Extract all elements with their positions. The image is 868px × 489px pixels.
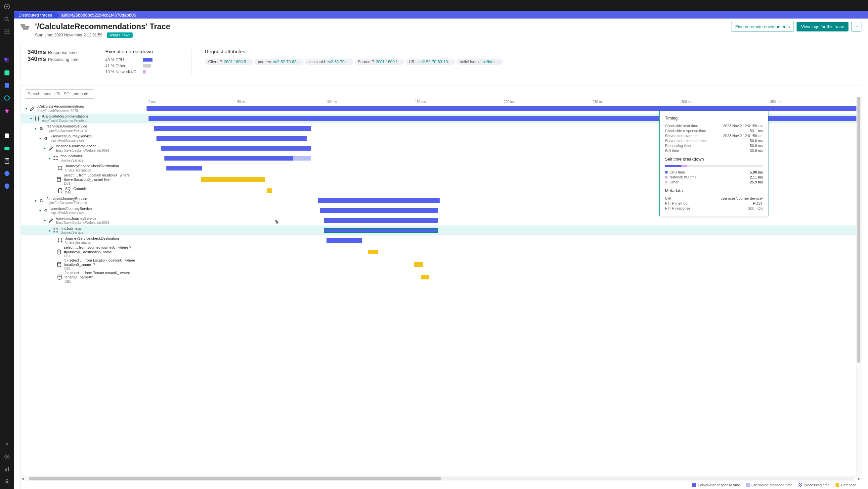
span-bar-area[interactable] [147, 226, 861, 235]
chevron-down-icon[interactable]: ▾ [49, 156, 53, 160]
span-row[interactable]: ▾ /services/JourneyServiceEasyTravelBack… [21, 215, 861, 226]
span-type-icon [57, 165, 63, 171]
svg-rect-15 [5, 147, 9, 150]
span-bar-area[interactable] [147, 235, 861, 245]
attribute-pill[interactable]: ValidUsers: text/html… [457, 59, 503, 65]
logo-icon[interactable] [4, 3, 10, 10]
scroll-left-icon[interactable]: ◀ [21, 477, 25, 481]
response-time-value: 340ms [27, 49, 46, 56]
legend-footer: Server-side response timeClient-side res… [21, 481, 861, 489]
nav-icon-3[interactable] [4, 82, 10, 89]
processing-time-label: Processing time [48, 57, 79, 62]
svg-marker-13 [5, 96, 9, 100]
span-name: JourneyService.checkDestination [65, 236, 119, 241]
attribute-pill[interactable]: ClientIP: 2001:1800:ff… [205, 59, 253, 65]
span-bar-area[interactable] [147, 260, 861, 269]
svg-point-53 [58, 275, 62, 277]
attribute-pill[interactable]: pageeo: ec2-52-70-63… [254, 59, 304, 65]
chevron-down-icon[interactable]: ▾ [44, 219, 48, 223]
chevron-down-icon[interactable]: ▾ [39, 209, 43, 212]
span-type-icon [56, 176, 62, 182]
expand-icon[interactable]: » [4, 441, 10, 447]
svg-point-7 [8, 31, 9, 32]
nav-icon-2[interactable] [4, 69, 10, 76]
horizontal-scrollbar[interactable]: ◀ ▶ [21, 476, 861, 481]
chevron-down-icon[interactable]: ▾ [44, 147, 48, 150]
processing-time-value: 340ms [27, 56, 46, 63]
svg-point-1 [5, 17, 8, 20]
span-bar-area[interactable] [147, 247, 861, 257]
find-remote-button[interactable]: Find in remote environments [731, 22, 794, 31]
span-details-popover: Timing Client-side start time2023 Nov 2 … [659, 111, 769, 216]
span-row[interactable]: 3× select … from Location location0_ whe… [21, 258, 861, 271]
search-icon[interactable] [4, 16, 10, 23]
vertical-scrollbar[interactable] [857, 97, 861, 476]
nav-icon-1[interactable] [4, 57, 10, 63]
svg-point-44 [57, 228, 58, 229]
svg-point-35 [58, 166, 59, 167]
more-button[interactable]: ⋯ [851, 22, 861, 31]
nav-icon-7[interactable] [4, 145, 10, 152]
span-name: /CalculateRecommendations [37, 104, 84, 109]
chevron-down-icon[interactable]: ▾ [35, 199, 39, 203]
nav-icon-10[interactable] [4, 183, 10, 190]
svg-point-46 [57, 231, 58, 232]
nav-icon-4[interactable] [4, 95, 10, 101]
settings-icon[interactable] [4, 453, 10, 460]
chevron-down-icon[interactable]: ▾ [35, 127, 39, 131]
span-row[interactable]: 2× select … from Tenant tenant0_ where t… [21, 271, 861, 283]
attribute-pill[interactable]: SourceIP: 2001:1800:f… [354, 59, 404, 65]
chevron-down-icon[interactable]: ▾ [26, 107, 29, 111]
span-row[interactable]: ▾ findJourneysJourneyService [21, 226, 861, 235]
span-service: nginxForCustomerFrontend [46, 129, 87, 133]
breadcrumb-root[interactable]: Distributed traces [14, 12, 57, 18]
span-service: nginxForCustomerFrontend [46, 201, 87, 205]
search-input[interactable] [25, 89, 94, 99]
span-service: CheckDestination [65, 241, 119, 244]
timeline-tick: 150 ms [415, 100, 504, 104]
span-service: DB1 [64, 267, 145, 271]
breadcrumb-trace-id[interactable]: a99b426b6b6bc522b4cb1f4570dabb06 [57, 12, 141, 18]
scroll-right-icon[interactable]: ▶ [857, 477, 861, 481]
svg-point-5 [5, 31, 6, 32]
span-row[interactable]: select … from Journey journey0_ where ?=… [21, 245, 861, 258]
nav-icon-8[interactable] [4, 157, 10, 164]
trace-icon [21, 25, 30, 31]
span-name: findLocations [61, 154, 83, 158]
whats-new-badge[interactable]: What's new? [107, 32, 133, 38]
left-sidebar: » [0, 0, 14, 489]
nav-icon-5[interactable] [4, 107, 10, 114]
svg-point-8 [5, 33, 6, 34]
timing-row: Self time33.9 ms [665, 149, 763, 153]
svg-point-2 [5, 29, 6, 30]
user-icon[interactable] [4, 479, 10, 485]
span-type-icon [29, 106, 35, 112]
attribute-pill[interactable]: URL: ec2-52-70-63-19… [406, 59, 455, 65]
charts-icon[interactable] [4, 466, 10, 472]
span-type-icon [34, 116, 40, 121]
span-name: JourneyService.checkDestination [65, 164, 119, 168]
svg-point-19 [5, 171, 9, 176]
svg-text:G: G [40, 126, 43, 131]
chevron-down-icon[interactable]: ▾ [39, 137, 43, 140]
timeline-tick: 200 ms [504, 100, 593, 104]
nav-icon-6[interactable] [4, 133, 10, 139]
svg-point-26 [38, 117, 39, 118]
nav-icon-9[interactable] [4, 170, 10, 177]
span-name: /services/JourneyService [51, 134, 92, 138]
attribute-pill[interactable]: sessionid: ec2-52-70-… [305, 59, 353, 65]
apps-icon[interactable] [4, 28, 10, 35]
page-title: '/CalculateRecommendations' Trace [35, 22, 170, 31]
timing-row: Server-side start time2023 Nov 2 12:01:5… [665, 134, 763, 138]
span-row[interactable]: JourneyService.checkDestinationCheckDest… [21, 235, 861, 245]
chevron-down-icon[interactable]: ▾ [30, 117, 34, 120]
chevron-down-icon[interactable]: ▾ [49, 229, 53, 232]
svg-point-28 [38, 119, 39, 120]
span-name: /services/JourneyService [56, 144, 110, 148]
span-bar-area[interactable] [147, 272, 861, 282]
span-bar-area[interactable] [147, 215, 861, 226]
view-logs-button[interactable]: View logs for this trace [797, 22, 848, 31]
svg-point-38 [61, 169, 62, 170]
span-service: JourneyService [61, 231, 83, 235]
span-type-icon [56, 262, 62, 267]
